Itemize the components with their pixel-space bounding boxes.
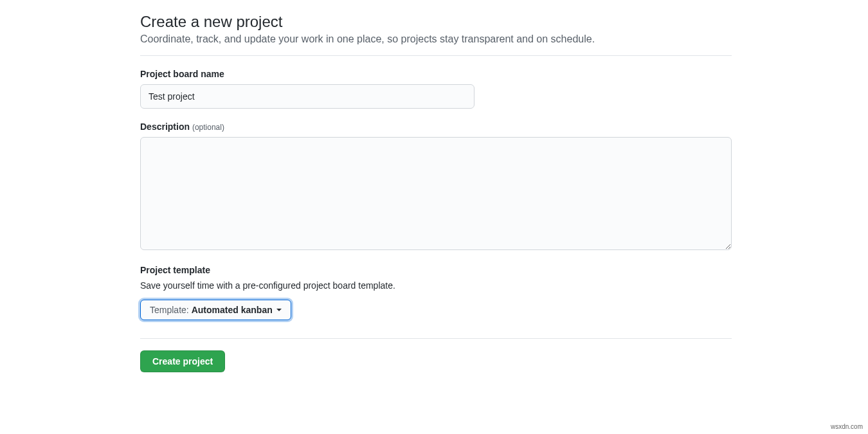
project-name-input[interactable] (140, 84, 475, 109)
divider (140, 338, 732, 339)
template-dropdown-prefix: Template: (150, 305, 189, 315)
template-group: Project template Save yourself time with… (140, 265, 732, 320)
template-dropdown[interactable]: Template: Automated kanban (140, 300, 291, 320)
description-label-text: Description (140, 122, 190, 132)
create-project-button[interactable]: Create project (140, 350, 225, 372)
template-help: Save yourself time with a pre-configured… (140, 280, 732, 291)
divider (140, 55, 732, 56)
page-title: Create a new project (140, 13, 732, 31)
project-name-label: Project board name (140, 69, 732, 79)
page-subtitle: Coordinate, track, and update your work … (140, 33, 732, 45)
description-label-note: (optional) (192, 123, 224, 132)
template-label: Project template (140, 265, 732, 275)
description-group: Description (optional) (140, 122, 732, 252)
create-project-form: Create a new project Coordinate, track, … (140, 0, 732, 372)
template-dropdown-value: Automated kanban (192, 305, 273, 315)
caret-down-icon (276, 309, 282, 311)
project-name-group: Project board name (140, 69, 732, 109)
description-textarea[interactable] (140, 137, 732, 250)
description-label: Description (optional) (140, 122, 732, 132)
